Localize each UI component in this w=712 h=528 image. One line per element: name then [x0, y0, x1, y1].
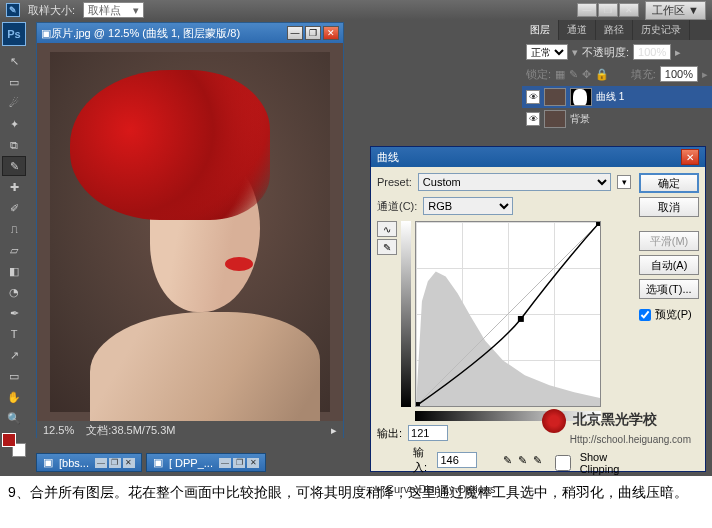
layer-row[interactable]: 👁 曲线 1	[522, 86, 712, 108]
zoom-level[interactable]: 12.5%	[43, 424, 74, 436]
layer-thumb[interactable]	[544, 88, 566, 106]
layers-panel: 图层 通道 路径 历史记录 正常 ▾ 不透明度: 100% ▸ 锁定: ▦ ✎ …	[522, 20, 712, 150]
layer-mask-thumb[interactable]	[570, 88, 592, 106]
doc-minimize-icon[interactable]: —	[287, 26, 303, 40]
pen-tool-icon[interactable]: ✒	[2, 303, 26, 323]
layer-name[interactable]: 曲线 1	[596, 90, 624, 104]
lock-trans-icon[interactable]: ▦	[555, 68, 565, 81]
lock-all-icon[interactable]: 🔒	[595, 68, 609, 81]
tab-paths[interactable]: 路径	[596, 20, 633, 40]
eyedropper-tool-icon: ✎	[6, 3, 20, 17]
stamp-tool-icon[interactable]: ⎍	[2, 219, 26, 239]
preset-menu-icon[interactable]: ▾	[617, 175, 631, 189]
curve-line	[416, 222, 600, 406]
pencil-tool-icon[interactable]: ✎	[377, 239, 397, 255]
heal-tool-icon[interactable]: ✚	[2, 177, 26, 197]
shape-tool-icon[interactable]: ▭	[2, 366, 26, 386]
layer-row[interactable]: 👁 背景	[522, 108, 712, 130]
tab-channels[interactable]: 通道	[559, 20, 596, 40]
photoshop-app: ✎ 取样大小: 取样点▾ — ❐ ✕ 工作区 ▼ Ps ↖ ▭ ☄ ✦ ⧉ ✎ …	[0, 0, 712, 476]
smooth-button[interactable]: 平滑(M)	[639, 231, 699, 251]
curves-dialog: 曲线 ✕ Preset: Custom ▾ 通道(C): RGB ∿ ✎	[370, 146, 706, 472]
zoom-tool-icon[interactable]: 🔍	[2, 408, 26, 428]
toolbox: Ps ↖ ▭ ☄ ✦ ⧉ ✎ ✚ ✐ ⎍ ▱ ◧ ◔ ✒ T ↗ ▭ ✋ 🔍	[0, 20, 28, 476]
sample-size-dropdown[interactable]: 取样点▾	[83, 2, 144, 18]
doc-close-icon[interactable]: ✕	[323, 26, 339, 40]
eyedropper-tool-icon[interactable]: ✎	[2, 156, 26, 176]
hand-tool-icon[interactable]: ✋	[2, 387, 26, 407]
cancel-button[interactable]: 取消	[639, 197, 699, 217]
gray-dropper-icon[interactable]: ✎	[518, 454, 527, 467]
opacity-label: 不透明度:	[582, 45, 629, 60]
input-label: 输入:	[413, 445, 431, 475]
preview-checkbox[interactable]	[639, 309, 651, 321]
type-tool-icon[interactable]: T	[2, 324, 26, 344]
input-input[interactable]	[437, 452, 477, 468]
dodge-tool-icon[interactable]: ◔	[2, 282, 26, 302]
doc-tab[interactable]: ▣[bbs...—❐✕	[36, 453, 142, 472]
curves-titlebar[interactable]: 曲线 ✕	[371, 147, 705, 167]
sample-size-label: 取样大小:	[28, 3, 75, 18]
document-titlebar[interactable]: ▣ 原片.jpg @ 12.5% (曲线 1, 图层蒙版/8) — ❐ ✕	[37, 23, 343, 43]
svg-line-1	[416, 222, 600, 406]
brush-tool-icon[interactable]: ✐	[2, 198, 26, 218]
curves-graph[interactable]	[415, 221, 601, 407]
input-gradient	[415, 411, 601, 421]
wand-tool-icon[interactable]: ✦	[2, 114, 26, 134]
curve-display-options[interactable]: Curve Display Options	[377, 483, 631, 495]
doc-tab[interactable]: ▣[ DPP_...—❐✕	[146, 453, 266, 472]
white-dropper-icon[interactable]: ✎	[533, 454, 542, 467]
layer-name[interactable]: 背景	[570, 112, 590, 126]
crop-tool-icon[interactable]: ⧉	[2, 135, 26, 155]
restore-icon[interactable]: ❐	[598, 3, 618, 17]
svg-rect-2	[518, 316, 524, 322]
eraser-tool-icon[interactable]: ▱	[2, 240, 26, 260]
layer-list: 👁 曲线 1 👁 背景	[522, 84, 712, 132]
curves-title-text: 曲线	[377, 150, 399, 165]
panel-tabs: 图层 通道 路径 历史记录	[522, 20, 712, 40]
lock-pixels-icon[interactable]: ✎	[569, 68, 578, 81]
doc-restore-icon[interactable]: ❐	[305, 26, 321, 40]
marquee-tool-icon[interactable]: ▭	[2, 72, 26, 92]
ok-button[interactable]: 确定	[639, 173, 699, 193]
tab-history[interactable]: 历史记录	[633, 20, 690, 40]
preset-label: Preset:	[377, 176, 412, 188]
lasso-tool-icon[interactable]: ☄	[2, 93, 26, 113]
document-window: ▣ 原片.jpg @ 12.5% (曲线 1, 图层蒙版/8) — ❐ ✕ 12…	[36, 22, 344, 438]
close-icon[interactable]: ✕	[619, 3, 639, 17]
tab-layers[interactable]: 图层	[522, 20, 559, 40]
layer-thumb[interactable]	[544, 110, 566, 128]
doc-window-buttons: — ❐ ✕	[577, 3, 639, 17]
status-arrow-icon[interactable]: ▸	[331, 424, 337, 437]
output-gradient	[401, 221, 411, 407]
svg-rect-3	[416, 402, 420, 406]
channel-dropdown[interactable]: RGB	[423, 197, 513, 215]
lock-pos-icon[interactable]: ✥	[582, 68, 591, 81]
path-tool-icon[interactable]: ↗	[2, 345, 26, 365]
image-content	[50, 52, 330, 412]
curves-close-icon[interactable]: ✕	[681, 149, 699, 165]
blend-mode-dropdown[interactable]: 正常	[526, 44, 568, 60]
workspace-dropdown[interactable]: 工作区 ▼	[645, 1, 706, 20]
options-bar: ✎ 取样大小: 取样点▾ — ❐ ✕ 工作区 ▼	[0, 0, 712, 20]
visibility-icon[interactable]: 👁	[526, 112, 540, 126]
black-dropper-icon[interactable]: ✎	[503, 454, 512, 467]
status-bar: 12.5% 文档:38.5M/75.3M ▸	[37, 421, 343, 439]
output-input[interactable]	[408, 425, 448, 441]
ps-logo-icon: Ps	[2, 22, 26, 46]
gradient-tool-icon[interactable]: ◧	[2, 261, 26, 281]
svg-rect-4	[596, 222, 600, 226]
move-tool-icon[interactable]: ↖	[2, 51, 26, 71]
visibility-icon[interactable]: 👁	[526, 90, 540, 104]
opacity-value[interactable]: 100%	[633, 44, 671, 60]
options-button[interactable]: 选项(T)...	[639, 279, 699, 299]
curve-tool-icon[interactable]: ∿	[377, 221, 397, 237]
fill-value[interactable]: 100%	[660, 66, 698, 82]
show-clipping-checkbox[interactable]	[548, 455, 577, 471]
auto-button[interactable]: 自动(A)	[639, 255, 699, 275]
canvas[interactable]	[37, 43, 343, 421]
minimize-icon[interactable]: —	[577, 3, 597, 17]
preset-dropdown[interactable]: Custom	[418, 173, 611, 191]
fg-bg-swatch[interactable]	[2, 433, 26, 457]
ps-doc-icon: ▣	[41, 27, 51, 40]
